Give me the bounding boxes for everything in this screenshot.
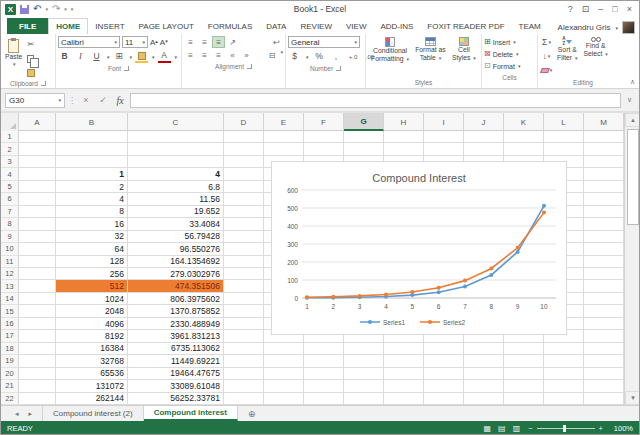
tab-insert[interactable]: INSERT	[88, 18, 131, 34]
column-header-h[interactable]: H	[384, 113, 424, 131]
row-header-13[interactable]: 13	[1, 280, 19, 292]
formula-input[interactable]	[130, 93, 621, 108]
cell-D15[interactable]	[224, 305, 264, 317]
cell-D3[interactable]	[224, 156, 264, 168]
column-header-k[interactable]: K	[504, 113, 544, 131]
cell-F20[interactable]	[304, 368, 344, 380]
cell-B8[interactable]: 16	[56, 218, 128, 230]
cell-A11[interactable]	[19, 256, 56, 268]
series1-point-6[interactable]	[437, 290, 441, 294]
column-header-b[interactable]: B	[56, 113, 128, 131]
cell-K18[interactable]	[504, 343, 544, 355]
cell-M21[interactable]	[584, 380, 624, 392]
cell-C2[interactable]	[128, 143, 224, 155]
compound-interest-chart[interactable]: Compound Interest01002003004005006001234…	[271, 161, 567, 335]
zoom-in-icon[interactable]: +	[599, 424, 603, 433]
scroll-down-icon[interactable]: ▾	[625, 391, 640, 405]
page-break-view-icon[interactable]: ▥	[513, 424, 521, 433]
cell-A19[interactable]	[19, 355, 56, 367]
cell-E22[interactable]	[264, 393, 304, 405]
cell-C1[interactable]	[128, 131, 224, 143]
increase-indent-icon[interactable]: »	[240, 49, 253, 61]
cell-D10[interactable]	[224, 243, 264, 255]
next-sheet-icon[interactable]: ▸	[29, 410, 33, 418]
cell-L19[interactable]	[544, 355, 584, 367]
insert-function-icon[interactable]: fx	[113, 95, 127, 106]
cell-B5[interactable]: 2	[56, 181, 128, 193]
decrease-indent-icon[interactable]: «	[226, 49, 239, 61]
tab-team[interactable]: TEAM	[512, 18, 548, 34]
row-header-12[interactable]: 12	[1, 268, 19, 280]
cell-C10[interactable]: 96.550276	[128, 243, 224, 255]
cell-C15[interactable]: 1370.875852	[128, 305, 224, 317]
cell-E20[interactable]	[264, 368, 304, 380]
cell-M18[interactable]	[584, 343, 624, 355]
align-center-icon[interactable]: ≡	[198, 49, 211, 61]
series2-point-3[interactable]	[358, 294, 362, 298]
row-header-6[interactable]: 6	[1, 193, 19, 205]
cell-J19[interactable]	[464, 355, 504, 367]
accounting-format-icon[interactable]: $	[288, 50, 301, 63]
cell-B11[interactable]: 128	[56, 256, 128, 268]
row-header-3[interactable]: 3	[1, 156, 19, 168]
undo-icon[interactable]: ↶	[33, 4, 41, 14]
zoom-level[interactable]: 100%	[611, 424, 633, 433]
cell-E18[interactable]	[264, 343, 304, 355]
cell-M5[interactable]	[584, 181, 624, 193]
number-dialog-launcher[interactable]	[336, 66, 341, 71]
cell-D5[interactable]	[224, 181, 264, 193]
clear-icon[interactable]: ▾	[540, 64, 553, 77]
cell-B21[interactable]: 131072	[56, 380, 128, 392]
cell-H20[interactable]	[384, 368, 424, 380]
conditional-formatting-button[interactable]: Conditional Formatting ▾	[369, 36, 411, 77]
cell-B12[interactable]: 256	[56, 268, 128, 280]
cell-C18[interactable]: 6735.113062	[128, 343, 224, 355]
row-header-2[interactable]: 2	[1, 143, 19, 155]
cell-G18[interactable]	[344, 343, 384, 355]
page-layout-view-icon[interactable]: ▤	[498, 424, 506, 433]
column-header-e[interactable]: E	[264, 113, 304, 131]
cell-E21[interactable]	[264, 380, 304, 392]
cell-K22[interactable]	[504, 393, 544, 405]
user-dropdown-icon[interactable]: ▾	[615, 25, 618, 31]
cell-A18[interactable]	[19, 343, 56, 355]
cell-H18[interactable]	[384, 343, 424, 355]
select-all-corner[interactable]	[1, 113, 19, 131]
cell-A20[interactable]	[19, 368, 56, 380]
cell-B20[interactable]: 65536	[56, 368, 128, 380]
series1-point-10[interactable]	[542, 204, 546, 208]
tab-foxit-reader-pdf[interactable]: FOXIT READER PDF	[420, 18, 511, 34]
cell-D22[interactable]	[224, 393, 264, 405]
name-box[interactable]: G30▾	[5, 93, 65, 108]
cell-C19[interactable]: 11449.69221	[128, 355, 224, 367]
vertical-scrollbar[interactable]: ▴ ▾	[624, 113, 640, 405]
format-as-table-button[interactable]: Format as Table ▾	[413, 36, 448, 77]
ribbon-display-options-icon[interactable]: ⊡	[582, 4, 590, 14]
cell-B16[interactable]: 4096	[56, 318, 128, 330]
cell-A16[interactable]	[19, 318, 56, 330]
cell-I2[interactable]	[424, 143, 464, 155]
align-left-icon[interactable]: ≡	[184, 49, 197, 61]
cell-C21[interactable]: 33089.61048	[128, 380, 224, 392]
align-right-icon[interactable]: ≡	[212, 49, 225, 61]
cell-B13[interactable]: 512	[56, 280, 128, 292]
cell-C16[interactable]: 2330.488949	[128, 318, 224, 330]
alignment-dialog-launcher[interactable]	[247, 64, 252, 69]
font-dialog-launcher[interactable]	[124, 66, 129, 71]
cell-C5[interactable]: 6.8	[128, 181, 224, 193]
cell-C3[interactable]	[128, 156, 224, 168]
cell-L20[interactable]	[544, 368, 584, 380]
cell-A2[interactable]	[19, 143, 56, 155]
cell-H1[interactable]	[384, 131, 424, 143]
cell-F19[interactable]	[304, 355, 344, 367]
cell-M2[interactable]	[584, 143, 624, 155]
series-line-2[interactable]	[307, 213, 544, 298]
cell-A22[interactable]	[19, 393, 56, 405]
cell-I22[interactable]	[424, 393, 464, 405]
borders-icon[interactable]: ⊞	[113, 50, 126, 63]
row-header-9[interactable]: 9	[1, 231, 19, 243]
cell-C6[interactable]: 11.56	[128, 193, 224, 205]
row-header-14[interactable]: 14	[1, 293, 19, 305]
legend-label-Series1[interactable]: Series1	[383, 319, 405, 326]
cell-J22[interactable]	[464, 393, 504, 405]
